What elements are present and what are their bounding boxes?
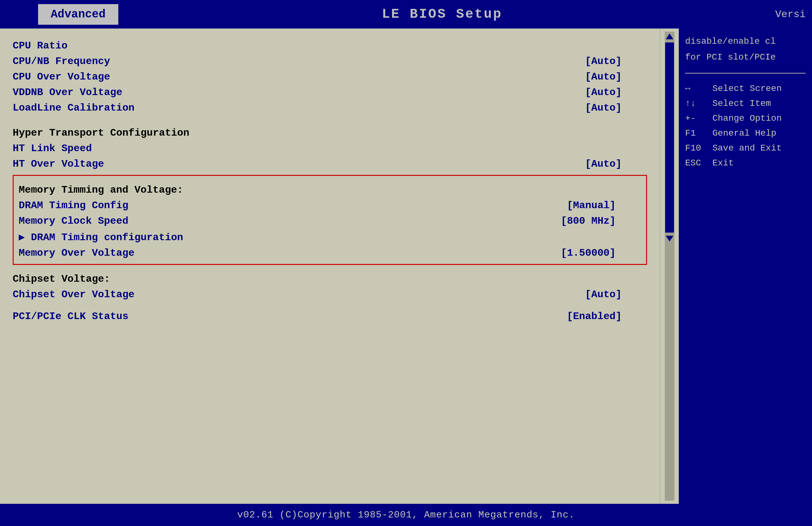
vddnb-over-voltage-item[interactable]: VDDNB Over Voltage [Auto] xyxy=(13,85,647,100)
version-label: Versi xyxy=(775,9,806,20)
key-plus-minus: +- xyxy=(685,114,707,123)
key-f1: F1 xyxy=(685,128,707,138)
ht-link-speed-item[interactable]: HT Link Speed xyxy=(13,141,647,156)
desc-general-help: General Help xyxy=(712,128,777,138)
chipset-section-header: Chipset Voltage: xyxy=(13,268,647,287)
pci-pcie-clk-status-item[interactable]: PCI/PCIe CLK Status [Enabled] xyxy=(13,309,647,324)
help-key-f10: F10 Save and Exit xyxy=(685,142,806,154)
advanced-tab[interactable]: Advanced xyxy=(38,4,118,25)
footer-bar: v02.61 (C)Copyright 1985-2001, American … xyxy=(0,504,812,526)
ht-section-header: Hyper Transport Configuration xyxy=(13,122,647,141)
key-arrows-ud: ↑↓ xyxy=(685,99,707,108)
header-bar: Advanced LE BIOS Setup Versi xyxy=(0,0,812,29)
help-panel: disable/enable cl for PCI slot/PCIe ↔ Se… xyxy=(679,29,812,504)
key-esc: ESC xyxy=(685,158,707,168)
help-divider xyxy=(685,73,806,74)
cpu-over-voltage-item[interactable]: CPU Over Voltage [Auto] xyxy=(13,69,647,85)
help-key-change-option: +- Change Option xyxy=(685,112,806,124)
memory-over-voltage-item[interactable]: Memory Over Voltage [1.50000] xyxy=(19,245,641,261)
dram-timing-config-item[interactable]: DRAM Timing Config [Manual] xyxy=(19,198,641,213)
chipset-over-voltage-item[interactable]: Chipset Over Voltage [Auto] xyxy=(13,287,647,302)
help-description-line1: disable/enable cl xyxy=(685,35,806,48)
desc-change-option: Change Option xyxy=(712,114,782,123)
help-key-esc: ESC Exit xyxy=(685,157,806,169)
scroll-thumb[interactable] xyxy=(665,43,674,232)
help-key-select-screen: ↔ Select Screen xyxy=(685,82,806,95)
scroll-arrow-up-icon[interactable] xyxy=(666,34,673,39)
desc-save-exit: Save and Exit xyxy=(712,143,782,153)
bios-title: LE BIOS Setup xyxy=(382,7,503,22)
bios-screen: Advanced LE BIOS Setup Versi CPU Ratio C… xyxy=(0,0,812,526)
help-key-f1: F1 General Help xyxy=(685,127,806,139)
key-f10: F10 xyxy=(685,143,707,153)
spacer1 xyxy=(13,116,647,122)
dram-timing-configuration-item[interactable]: ▶ DRAM Timing configuration xyxy=(19,229,641,245)
footer-text: v02.61 (C)Copyright 1985-2001, American … xyxy=(237,510,575,520)
desc-select-screen: Select Screen xyxy=(712,84,782,93)
main-content: CPU Ratio CPU/NB Frequency [Auto] CPU Ov… xyxy=(0,29,812,504)
loadline-calibration-item[interactable]: LoadLine Calibration [Auto] xyxy=(13,100,647,116)
cpu-nb-freq-item[interactable]: CPU/NB Frequency [Auto] xyxy=(13,54,647,69)
scrollbar-panel xyxy=(660,29,679,504)
memory-clock-speed-item[interactable]: Memory Clock Speed [800 MHz] xyxy=(19,213,641,229)
scrollbar-track[interactable] xyxy=(665,32,675,501)
desc-exit: Exit xyxy=(712,158,734,168)
menu-panel: CPU Ratio CPU/NB Frequency [Auto] CPU Ov… xyxy=(0,29,660,504)
help-description-line2: for PCI slot/PCIe xyxy=(685,51,806,64)
ht-over-voltage-item[interactable]: HT Over Voltage [Auto] xyxy=(13,156,647,172)
desc-select-item: Select Item xyxy=(712,99,771,108)
help-key-select-item: ↑↓ Select Item xyxy=(685,97,806,110)
scroll-arrow-down-icon[interactable] xyxy=(666,236,673,241)
key-arrows-lr: ↔ xyxy=(685,84,707,93)
spacer2 xyxy=(13,302,647,309)
memory-section: Memory Timming and Voltage: DRAM Timing … xyxy=(13,175,647,265)
memory-section-header: Memory Timming and Voltage: xyxy=(19,179,641,198)
cpu-ratio-item[interactable]: CPU Ratio xyxy=(13,38,647,54)
